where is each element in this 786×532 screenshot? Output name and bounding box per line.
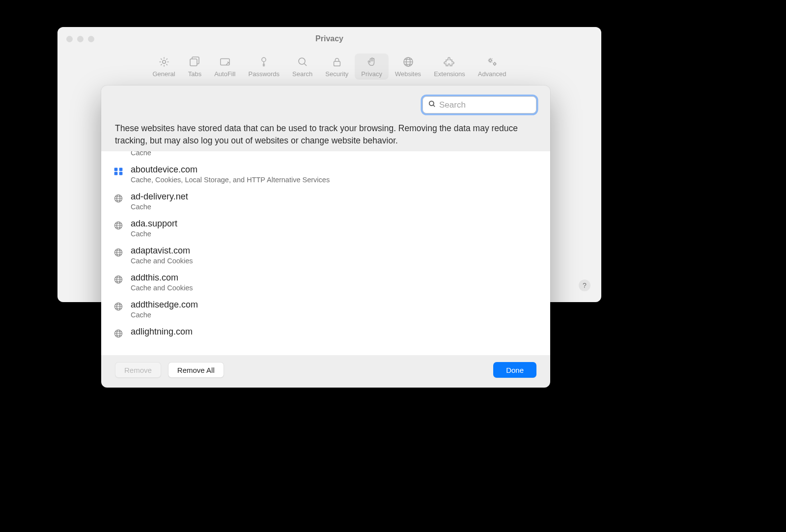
tab-label: Security bbox=[325, 70, 348, 78]
website-domain: aboutdevice.com bbox=[131, 165, 330, 175]
done-button[interactable]: Done bbox=[493, 362, 536, 378]
website-row[interactable]: adlightning.com bbox=[101, 323, 550, 343]
website-domain: ad-delivery.net bbox=[131, 192, 188, 202]
website-detail: Cache and Cookies bbox=[131, 284, 193, 292]
globe-icon bbox=[113, 274, 124, 285]
tab-privacy[interactable]: Privacy bbox=[355, 54, 389, 80]
globe-icon bbox=[113, 247, 124, 258]
search-input[interactable] bbox=[439, 100, 543, 110]
tab-tabs[interactable]: Tabs bbox=[182, 54, 208, 80]
globe-icon bbox=[113, 301, 124, 312]
website-row-body: aboutdevice.comCache, Cookies, Local Sto… bbox=[131, 165, 330, 184]
sheet-description: These websites have stored data that can… bbox=[115, 122, 536, 146]
website-list[interactable]: aaxdetect.comCacheaboutdevice.comCache, … bbox=[101, 151, 550, 355]
svg-line-12 bbox=[433, 105, 435, 107]
search-icon bbox=[428, 100, 436, 110]
tab-label: Privacy bbox=[361, 70, 382, 78]
window-title: Privacy bbox=[57, 34, 601, 43]
website-domain: adaptavist.com bbox=[131, 246, 193, 256]
svg-line-5 bbox=[304, 63, 307, 66]
website-row-body: addthisedge.comCache bbox=[131, 300, 198, 319]
website-detail: Cache bbox=[131, 311, 198, 319]
website-list-inner: aaxdetect.comCacheaboutdevice.comCache, … bbox=[101, 151, 550, 343]
website-detail: Cache, Cookies, Local Storage, and HTTP … bbox=[131, 176, 330, 184]
puzzle-icon bbox=[443, 56, 456, 68]
svg-point-11 bbox=[429, 101, 434, 106]
svg-point-3 bbox=[262, 57, 266, 61]
website-detail: Cache bbox=[131, 230, 177, 238]
website-row[interactable]: adaptavist.comCache and Cookies bbox=[101, 242, 550, 269]
svg-rect-16 bbox=[119, 168, 123, 171]
svg-rect-17 bbox=[114, 172, 118, 175]
globe-icon bbox=[113, 328, 124, 339]
website-detail: Cache bbox=[131, 151, 188, 157]
website-detail: Cache bbox=[131, 203, 188, 211]
website-row[interactable]: addthisedge.comCache bbox=[101, 296, 550, 323]
tabs-icon bbox=[188, 56, 201, 68]
svg-rect-1 bbox=[190, 59, 197, 66]
website-domain: ada.support bbox=[131, 219, 177, 229]
globe-icon bbox=[113, 220, 124, 231]
tab-security[interactable]: Security bbox=[319, 54, 355, 80]
hand-icon bbox=[365, 56, 378, 68]
preferences-toolbar: GeneralTabsAutoFillPasswordsSearchSecuri… bbox=[57, 51, 601, 84]
remove-button[interactable]: Remove bbox=[115, 362, 161, 378]
website-row-body: adlightning.com bbox=[131, 327, 193, 337]
key-icon bbox=[257, 56, 270, 68]
search-icon bbox=[296, 56, 309, 68]
website-detail: Cache and Cookies bbox=[131, 257, 193, 265]
website-domain: adlightning.com bbox=[131, 327, 193, 337]
help-button[interactable]: ? bbox=[579, 280, 590, 291]
svg-rect-18 bbox=[119, 172, 123, 175]
website-row[interactable]: aboutdevice.comCache, Cookies, Local Sto… bbox=[101, 161, 550, 188]
website-row-body: adaptavist.comCache and Cookies bbox=[131, 246, 193, 265]
svg-point-0 bbox=[162, 60, 165, 63]
remove-all-button[interactable]: Remove All bbox=[168, 362, 224, 378]
website-row[interactable]: aaxdetect.comCache bbox=[101, 151, 550, 161]
autofill-icon bbox=[219, 56, 231, 68]
website-domain: addthis.com bbox=[131, 273, 193, 283]
tab-search[interactable]: Search bbox=[286, 54, 319, 80]
tab-extensions[interactable]: Extensions bbox=[427, 54, 472, 80]
tab-label: Extensions bbox=[434, 70, 465, 78]
close-dot[interactable] bbox=[66, 36, 73, 42]
svg-rect-6 bbox=[334, 61, 340, 66]
tab-label: General bbox=[152, 70, 175, 78]
svg-rect-15 bbox=[114, 168, 118, 171]
site-favicon-icon bbox=[113, 166, 124, 177]
website-row-body: aaxdetect.comCache bbox=[131, 151, 188, 157]
zoom-dot[interactable] bbox=[88, 36, 94, 42]
tab-label: AutoFill bbox=[214, 70, 235, 78]
tab-general[interactable]: General bbox=[146, 54, 181, 80]
minimize-dot[interactable] bbox=[77, 36, 84, 42]
website-domain: addthisedge.com bbox=[131, 300, 198, 310]
website-row[interactable]: ad-delivery.netCache bbox=[101, 188, 550, 215]
website-row[interactable]: ada.supportCache bbox=[101, 215, 550, 242]
gear-icon bbox=[158, 56, 170, 68]
tab-passwords[interactable]: Passwords bbox=[242, 54, 286, 80]
website-row-body: ada.supportCache bbox=[131, 219, 177, 238]
gears-icon bbox=[486, 56, 499, 68]
window-traffic-lights[interactable] bbox=[66, 36, 94, 42]
website-row-body: addthis.comCache and Cookies bbox=[131, 273, 193, 292]
tab-websites[interactable]: Websites bbox=[389, 54, 427, 80]
website-row[interactable]: addthis.comCache and Cookies bbox=[101, 269, 550, 296]
globe-icon bbox=[402, 56, 415, 68]
tab-label: Advanced bbox=[478, 70, 506, 78]
lock-icon bbox=[331, 56, 343, 68]
website-data-sheet: These websites have stored data that can… bbox=[101, 85, 550, 388]
tab-label: Websites bbox=[395, 70, 421, 78]
tab-label: Tabs bbox=[188, 70, 201, 78]
svg-point-4 bbox=[299, 58, 305, 64]
sheet-button-bar: Remove Remove All Done bbox=[101, 355, 550, 388]
tab-advanced[interactable]: Advanced bbox=[472, 54, 513, 80]
window-titlebar: Privacy bbox=[57, 27, 601, 51]
website-row-body: ad-delivery.netCache bbox=[131, 192, 188, 211]
search-field[interactable] bbox=[422, 96, 536, 113]
tab-label: Search bbox=[292, 70, 312, 78]
tab-autofill[interactable]: AutoFill bbox=[208, 54, 242, 80]
globe-icon bbox=[113, 193, 124, 204]
svg-point-9 bbox=[489, 59, 491, 61]
tab-label: Passwords bbox=[249, 70, 280, 78]
